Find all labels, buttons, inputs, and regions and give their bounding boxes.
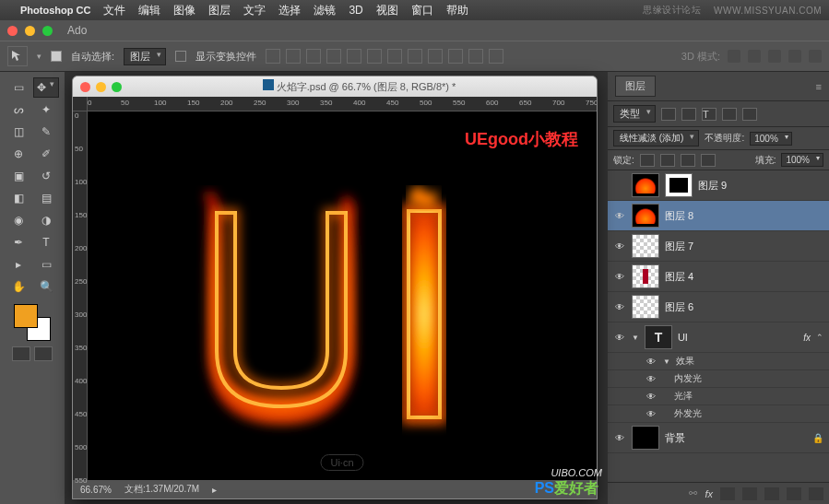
path-select-tool[interactable]: ▸ [6,254,31,275]
layer-visibility-icon[interactable]: 👁 [613,210,626,221]
menu-view[interactable]: 视图 [376,3,398,18]
lock-transparency-icon[interactable] [640,154,655,167]
layer-visibility-icon[interactable]: 👁 [613,332,626,343]
dodge-tool[interactable]: ◑ [33,210,59,230]
effect-item[interactable]: 👁外发光 [608,405,829,423]
menu-3d[interactable]: 3D [349,4,362,17]
doc-zoom-button[interactable] [112,82,122,92]
layers-tab[interactable]: 图层 [615,76,656,97]
layer-thumbnail[interactable] [632,204,659,228]
zoom-window-button[interactable] [42,26,53,36]
layer-visibility-icon[interactable]: 👁 [613,240,626,252]
layer-name[interactable]: 背景 [665,431,685,445]
layer-name[interactable]: 图层 9 [698,179,727,193]
fx-chevron-icon[interactable]: ⌃ [816,333,823,342]
stamp-tool[interactable]: ▣ [6,166,31,186]
align-icon[interactable] [286,49,301,64]
align-icon[interactable] [347,49,361,64]
align-icon[interactable] [326,49,341,64]
menu-window[interactable]: 窗口 [411,3,433,18]
align-icon[interactable] [489,49,503,64]
filter-adjust-icon[interactable] [681,108,696,121]
filter-shape-icon[interactable] [722,108,737,121]
menu-edit[interactable]: 编辑 [138,3,160,18]
zoom-level[interactable]: 66.67% [80,485,112,495]
move-tool-icon[interactable] [7,46,28,66]
trash-icon[interactable] [809,487,823,500]
lock-all-icon[interactable] [701,154,716,167]
pan-icon[interactable] [768,50,781,63]
quickmask-mode-icon[interactable] [34,346,53,361]
slide-icon[interactable] [788,50,801,63]
new-layer-icon[interactable] [787,487,801,500]
layer-row[interactable]: 图层 9 [608,170,829,201]
menu-filter[interactable]: 滤镜 [314,3,336,18]
orbit-icon[interactable] [728,50,740,63]
foreground-color-swatch[interactable] [14,304,38,328]
effects-header[interactable]: 👁▼效果 [608,353,829,370]
marquee-tool[interactable]: ▭ [6,77,31,98]
canvas[interactable]: UEgood小教程 [88,111,597,480]
align-icon[interactable] [468,49,483,64]
menu-type[interactable]: 文字 [243,3,266,18]
layer-thumbnail[interactable] [632,295,659,319]
blend-mode-dropdown[interactable]: 线性减淡 (添加) [613,130,699,147]
filter-pixel-icon[interactable] [661,108,676,121]
layer-row[interactable]: 👁背景🔒 [608,423,829,453]
doc-minimize-button[interactable] [96,82,106,92]
healing-tool[interactable]: ⊕ [6,144,31,164]
minimize-window-button[interactable] [25,26,35,36]
layer-thumbnail[interactable] [632,173,659,197]
lasso-tool[interactable]: ᔕ [6,100,31,120]
history-brush-tool[interactable]: ↺ [33,166,59,186]
roll-icon[interactable] [748,50,761,63]
align-icon[interactable] [367,49,382,64]
hand-tool[interactable]: ✋ [6,276,31,297]
shape-tool[interactable]: ▭ [33,254,59,275]
layer-mask-icon[interactable] [720,487,735,500]
document-titlebar[interactable]: 火焰字.psd @ 66.7% (图层 8, RGB/8*) * [73,76,597,97]
layer-row[interactable]: 👁图层 4 [608,262,829,292]
disclosure-icon[interactable]: ▼ [632,334,639,342]
pen-tool[interactable]: ✒ [6,232,31,252]
group-icon[interactable] [764,487,779,500]
filter-type-icon[interactable]: T [702,108,716,121]
layer-row[interactable]: 👁图层 8 [608,201,829,231]
layer-name[interactable]: 图层 4 [665,270,693,284]
type-tool[interactable]: T [33,232,59,252]
gradient-tool[interactable]: ▤ [33,188,59,208]
chevron-down-icon[interactable]: ▾ [37,52,41,61]
align-icon[interactable] [306,49,321,64]
color-swatches[interactable] [14,304,51,341]
filter-kind-dropdown[interactable]: 类型 [613,105,656,123]
statusbar-chevron-icon[interactable]: ▸ [212,485,217,495]
zoom-tool[interactable]: 🔍 [33,276,59,297]
layer-thumbnail[interactable] [632,234,659,258]
layer-row[interactable]: 👁图层 6 [608,292,829,322]
crop-tool[interactable]: ◫ [6,122,31,142]
effect-item[interactable]: 👁光泽 [608,388,829,405]
align-icon[interactable] [408,49,422,64]
eyedropper-tool[interactable]: ✎ [33,122,59,142]
effect-item[interactable]: 👁内发光 [608,370,829,388]
app-name[interactable]: Photoshop CC [20,5,90,16]
fill-input[interactable]: 100% [781,153,823,167]
auto-select-checkbox[interactable] [51,51,62,62]
align-icon[interactable] [428,49,443,64]
layer-row[interactable]: 👁图层 7 [608,231,829,262]
layer-thumbnail[interactable]: T [645,325,672,349]
layer-name[interactable]: 图层 8 [665,209,693,223]
move-tool[interactable]: ✥ [33,77,59,98]
menu-select[interactable]: 选择 [278,3,301,18]
magic-wand-tool[interactable]: ✦ [33,100,59,120]
layer-visibility-icon[interactable] [613,180,626,191]
menu-layer[interactable]: 图层 [208,3,231,18]
blur-tool[interactable]: ◉ [6,210,31,230]
menu-help[interactable]: 帮助 [446,3,468,18]
show-transform-checkbox[interactable] [175,51,186,62]
panel-menu-icon[interactable]: ≡ [816,81,822,92]
menu-file[interactable]: 文件 [103,3,125,18]
layer-name[interactable]: 图层 7 [665,240,693,253]
align-icon[interactable] [387,49,402,64]
opacity-input[interactable]: 100% [750,132,792,146]
